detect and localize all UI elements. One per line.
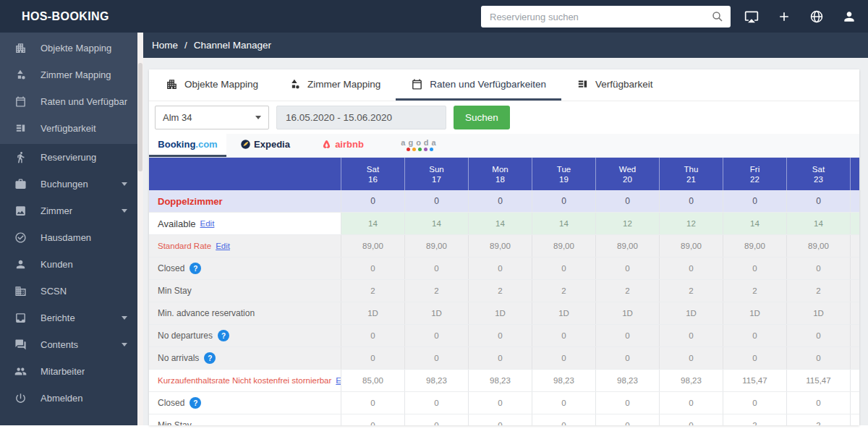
- value-cell: 0: [468, 414, 532, 425]
- sidebar-item-reservierung[interactable]: Reservierung: [0, 144, 137, 171]
- domain-icon: [14, 285, 27, 297]
- sidebar-item-zimmer[interactable]: Zimmer: [0, 197, 137, 224]
- sidebar-scrollbar[interactable]: [137, 33, 143, 425]
- value-cell: 98,23: [468, 370, 532, 391]
- check-circle-icon: [14, 231, 27, 244]
- tab-raten-und-verf-gbarkeiten[interactable]: Raten und Verfügbarkeiten: [396, 69, 561, 101]
- sidebar-item-scsn[interactable]: SCSN: [0, 278, 137, 305]
- column-header-thu-21: Thu21: [659, 158, 723, 190]
- card-tabs: Objekte MappingZimmer MappingRaten und V…: [149, 69, 859, 101]
- value-cell: 0: [595, 392, 659, 414]
- value-cell: 2: [659, 280, 723, 302]
- sidebar-item-contents[interactable]: Contents: [0, 331, 137, 358]
- value-cell: 0: [723, 392, 786, 414]
- value-cell: 89,00: [404, 235, 468, 257]
- shapes-icon: [289, 78, 301, 90]
- edit-link[interactable]: Edit: [216, 242, 230, 250]
- suchen-button[interactable]: Suchen: [454, 106, 510, 129]
- value-cell: 14: [468, 213, 532, 234]
- sidebar-item-buchungen[interactable]: Buchungen: [0, 171, 137, 197]
- value-cell: 0: [595, 325, 659, 346]
- help-icon[interactable]: ?: [190, 397, 201, 409]
- sidebar-scrollbar-thumb[interactable]: [138, 63, 142, 171]
- channel-tab-expedia[interactable]: Expedia: [226, 134, 304, 157]
- date-range-input[interactable]: 16.05.2020 - 15.06.2020: [276, 106, 446, 129]
- sidebar-item-objekte-mapping[interactable]: Objekte Mapping: [0, 35, 137, 61]
- help-icon[interactable]: ?: [190, 263, 201, 274]
- sidebar-item-label: SCSN: [41, 286, 67, 297]
- expedia-label: Expedia: [254, 139, 290, 150]
- sidebar-item-kunden[interactable]: Kunden: [0, 251, 137, 278]
- value-cell: 98,23: [595, 370, 659, 391]
- value-cell: 89,00: [341, 235, 404, 257]
- row-label-cell: Standard RateEdit: [149, 235, 341, 257]
- table-row-min-stay: Min Stay22222222: [149, 280, 859, 302]
- value-cell: 2: [404, 280, 468, 302]
- sidebar-item-berichte[interactable]: Berichte: [0, 305, 137, 331]
- value-cell: 0: [468, 392, 532, 414]
- sidebar-item-hausdamen[interactable]: Hausdamen: [0, 224, 137, 251]
- channel-tab-booking-com[interactable]: Booking.com: [149, 134, 226, 157]
- sidebar-item-label: Reservierung: [41, 152, 96, 163]
- row-label-cell: No arrivals?: [149, 347, 341, 369]
- value-cell: 0: [532, 190, 595, 212]
- value-cell: 1D: [786, 302, 850, 324]
- value-cell: 89,00: [468, 235, 532, 257]
- sidebar-item-mitarbeiter[interactable]: Mitarbeiter: [0, 358, 137, 385]
- value-cell-partial: [850, 258, 859, 279]
- table-row-closed: Closed?00000000: [149, 392, 859, 414]
- column-header-mon-18: Mon18: [468, 158, 532, 190]
- value-cell: 0: [723, 190, 786, 212]
- sidebar-item-abmelden[interactable]: Abmelden: [0, 385, 137, 412]
- value-cell: 0: [532, 414, 595, 425]
- breadcrumb-separator: /: [184, 40, 187, 51]
- value-cell: 0: [341, 190, 404, 212]
- help-icon[interactable]: ?: [204, 352, 216, 364]
- tab-zimmer-mapping[interactable]: Zimmer Mapping: [273, 69, 396, 101]
- list-icon: [576, 78, 589, 90]
- column-header-day: Sat: [367, 165, 379, 174]
- table-row-available: AvailableEdit1414141412121414: [149, 213, 859, 235]
- sidebar-item-verf-gbarkeit[interactable]: Verfügbarkeit: [0, 115, 137, 142]
- breadcrumb-home[interactable]: Home: [152, 40, 178, 51]
- sidebar-item-raten-und-verf-gbarke[interactable]: Raten und Verfügbarke: [0, 88, 137, 115]
- value-cell: 0: [659, 392, 723, 414]
- value-cell: 12: [659, 213, 723, 234]
- value-cell: 0: [404, 347, 468, 369]
- value-cell-partial: [850, 190, 859, 212]
- help-icon[interactable]: ?: [218, 330, 229, 341]
- edit-link[interactable]: Edit: [200, 219, 215, 228]
- chevron-down-icon: [122, 316, 127, 320]
- search-input[interactable]: [481, 6, 731, 27]
- value-cell: 14: [723, 213, 786, 234]
- value-cell: 2: [723, 414, 786, 425]
- value-cell: 85,00: [341, 370, 404, 391]
- briefcase-icon: [14, 178, 27, 190]
- row-label: Closed: [158, 398, 184, 408]
- property-select[interactable]: Alm 34: [155, 106, 269, 129]
- value-cell-partial: [850, 370, 859, 391]
- tab-objekte-mapping[interactable]: Objekte Mapping: [150, 69, 273, 101]
- value-cell: 98,23: [404, 370, 468, 391]
- sidebar-item-label: Objekte Mapping: [41, 43, 111, 54]
- list-icon: [14, 122, 27, 135]
- channel-tab-airbnb[interactable]: airbnb: [304, 134, 381, 157]
- edit-link[interactable]: Edit: [336, 376, 341, 385]
- search-icon[interactable]: [711, 10, 724, 23]
- column-header-day: Tue: [557, 165, 571, 174]
- value-cell: 0: [404, 392, 468, 414]
- table-row-no-arrivals: No arrivals?00000000: [149, 347, 859, 370]
- sidebar-item-label: Berichte: [41, 312, 75, 323]
- user-icon[interactable]: [842, 9, 856, 24]
- sidebar-item-zimmer-mapping[interactable]: Zimmer Mapping: [0, 61, 137, 88]
- plus-icon[interactable]: [777, 9, 791, 24]
- globe-icon[interactable]: [809, 9, 824, 24]
- building-icon: [14, 42, 27, 54]
- tab-verf-gbarkeit[interactable]: Verfügbarkeit: [561, 69, 668, 101]
- row-label-cell: Min. advance reservation: [149, 302, 341, 324]
- value-cell-partial: [850, 325, 859, 346]
- value-cell: 14: [341, 213, 404, 234]
- value-cell-partial: [850, 280, 859, 302]
- channel-tab-agoda[interactable]: agoda: [381, 134, 459, 157]
- display-icon[interactable]: [744, 9, 759, 24]
